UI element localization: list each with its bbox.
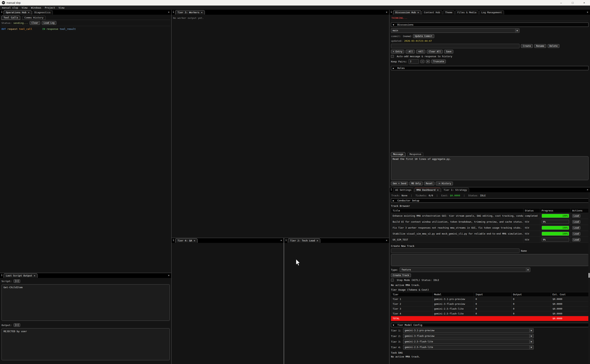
tab-response[interactable]: Response bbox=[408, 152, 423, 156]
discussion-name-input[interactable] bbox=[391, 44, 519, 48]
panel-close-icon[interactable]: × bbox=[168, 274, 170, 277]
load-track-button[interactable]: Load bbox=[572, 214, 580, 218]
close-button[interactable]: × bbox=[578, 1, 590, 4]
script-text-box[interactable]: Get-ChildItem bbox=[1, 284, 170, 321]
load-track-button[interactable]: Load bbox=[572, 238, 580, 241]
tab-mma-dashboard[interactable]: MMA Dashboard× bbox=[414, 188, 441, 192]
tab-diagnostics[interactable]: Diagnostics bbox=[32, 10, 53, 14]
tab-close-icon[interactable]: × bbox=[201, 11, 203, 14]
tab-close-icon[interactable]: × bbox=[417, 11, 419, 14]
load-track-button[interactable]: Load bbox=[572, 226, 580, 229]
menu-item-project[interactable]: Project bbox=[45, 6, 55, 9]
tab-message[interactable]: Message bbox=[391, 152, 405, 156]
tab-discussion-hub[interactable]: Discussion Hub× bbox=[393, 10, 421, 14]
tab-context-hub[interactable]: Context Hub bbox=[422, 10, 442, 14]
tab-theme[interactable]: Theme bbox=[443, 10, 455, 14]
dock-icon[interactable]: ▼ bbox=[173, 11, 174, 13]
create-track-button[interactable]: Create Track bbox=[391, 273, 411, 277]
table-row[interactable]: UX_SIM_TEST NEW 0% Load bbox=[391, 237, 589, 243]
tier2-model-select[interactable]: gemini-3-flash-preview▼ bbox=[403, 334, 534, 338]
panel-close-icon[interactable]: × bbox=[587, 11, 588, 13]
rename-discussion-button[interactable]: Rename bbox=[534, 44, 546, 48]
tab-close-icon[interactable]: × bbox=[437, 188, 439, 191]
tab-close-icon[interactable]: × bbox=[34, 274, 35, 277]
step-mode-checkbox[interactable] bbox=[391, 279, 394, 281]
load-track-button[interactable]: Load bbox=[572, 220, 580, 224]
dock-icon[interactable]: ▼ bbox=[391, 11, 392, 13]
tier-model-config-header[interactable]: ▼ Tier Model Config bbox=[391, 323, 589, 327]
menu-item-windows[interactable]: Windows bbox=[31, 6, 41, 9]
save-button[interactable]: Save bbox=[444, 50, 453, 53]
tab-ai-settings[interactable]: AI Settings bbox=[393, 188, 414, 192]
tab-tier2-techlead[interactable]: Tier 2: Tech Lead× bbox=[288, 238, 320, 243]
dock-icon[interactable]: ▼ bbox=[1, 274, 2, 277]
dock-icon[interactable]: ▼ bbox=[391, 188, 392, 191]
tab-log-management[interactable]: Log Management bbox=[479, 10, 504, 14]
output-expand-button[interactable]: [+] bbox=[13, 323, 20, 327]
table-row[interactable]: Build UI for context window utilization,… bbox=[391, 219, 589, 225]
maximize-button[interactable]: □ bbox=[567, 1, 578, 4]
keep-pairs-plus-button[interactable]: + bbox=[426, 60, 430, 63]
vertical-splitter[interactable] bbox=[171, 10, 172, 364]
add-entry-button[interactable]: + Entry bbox=[391, 50, 404, 53]
panel-close-icon[interactable]: × bbox=[587, 188, 588, 191]
expand-all-button[interactable]: +All bbox=[416, 50, 425, 53]
load-log-button[interactable]: Load Log bbox=[42, 21, 56, 25]
to-history-button[interactable]: -> History bbox=[436, 182, 453, 185]
new-track-name-input[interactable] bbox=[391, 248, 519, 253]
panel-close-icon[interactable]: × bbox=[281, 239, 282, 242]
panel-close-icon[interactable]: × bbox=[386, 11, 387, 13]
output-text-box[interactable]: REJECTED by user bbox=[1, 328, 170, 360]
dock-icon[interactable]: ▼ bbox=[173, 239, 174, 242]
clear-button[interactable]: Clear bbox=[30, 21, 40, 25]
gen-send-button[interactable]: Gen + Send bbox=[391, 182, 408, 185]
panel-close-icon[interactable]: × bbox=[168, 11, 170, 13]
menu-item-view[interactable]: View bbox=[22, 6, 27, 9]
clear-all-button[interactable]: Clear All bbox=[427, 50, 443, 53]
collapse-all-button[interactable]: -All bbox=[406, 50, 415, 53]
tab-close-icon[interactable]: × bbox=[28, 11, 29, 14]
load-track-button[interactable]: Load bbox=[572, 232, 580, 235]
subtab-comms-history[interactable]: Comms History bbox=[22, 16, 46, 20]
create-discussion-button[interactable]: Create bbox=[521, 44, 533, 48]
tier4-model-select[interactable]: gemini-2.5-flash-lite▼ bbox=[403, 345, 534, 350]
update-commit-button[interactable]: Update Commit bbox=[413, 34, 434, 38]
menu-item-manual-slop[interactable]: manual slop bbox=[2, 6, 18, 9]
script-expand-button[interactable]: [+] bbox=[13, 280, 20, 283]
dock-icon[interactable]: ▼ bbox=[286, 239, 287, 242]
horizontal-splitter[interactable] bbox=[0, 273, 171, 273]
dock-icon[interactable]: ▼ bbox=[1, 11, 2, 13]
truncate-button[interactable]: Truncate bbox=[431, 60, 446, 63]
table-row[interactable]: Enhance existing MMA orchestration GUI: … bbox=[391, 213, 589, 219]
panel-close-icon[interactable]: × bbox=[386, 239, 387, 242]
reset-button[interactable]: Reset bbox=[424, 182, 435, 185]
track-type-select[interactable]: feature ▼ bbox=[400, 267, 530, 272]
discussions-section-header[interactable]: ▼ Discussions bbox=[391, 23, 589, 27]
autoadd-checkbox[interactable] bbox=[391, 55, 394, 58]
tier3-model-select[interactable]: gemini-2.5-flash-lite▼ bbox=[403, 339, 534, 344]
minimize-button[interactable]: – bbox=[555, 1, 567, 4]
discussion-select[interactable]: main ▼ bbox=[391, 28, 519, 33]
subtab-tool-calls[interactable]: Tool Calls bbox=[1, 16, 20, 20]
table-row[interactable]: Stabilize visual_sim_mma_v2.py and mock_… bbox=[391, 231, 589, 237]
tab-tier4-qa[interactable]: Tier 4: QA× bbox=[175, 238, 197, 243]
tab-close-icon[interactable]: × bbox=[316, 239, 318, 242]
keep-pairs-input[interactable] bbox=[409, 59, 419, 64]
tab-operations-hub[interactable]: Operations Hub× bbox=[4, 10, 32, 14]
tab-tier1-strategy[interactable]: Tier 1: Strategy bbox=[441, 188, 469, 192]
menu-item-view-2[interactable]: View bbox=[59, 6, 64, 9]
horizontal-splitter[interactable] bbox=[172, 238, 389, 238]
table-row[interactable]: Fix Tier 3 worker responses not reaching… bbox=[391, 225, 589, 231]
horizontal-splitter[interactable] bbox=[389, 187, 590, 187]
vertical-splitter[interactable] bbox=[284, 238, 284, 364]
keep-pairs-minus-button[interactable]: - bbox=[420, 60, 424, 63]
tab-files-media[interactable]: Files & Media bbox=[455, 10, 479, 14]
md-only-button[interactable]: MD Only bbox=[409, 182, 423, 185]
tab-tier3-workers[interactable]: Tier 3: Workers× bbox=[175, 10, 205, 14]
vertical-scrollbar[interactable] bbox=[588, 192, 590, 364]
delete-discussion-button[interactable]: Delete bbox=[548, 44, 559, 48]
new-track-description-textarea[interactable] bbox=[391, 254, 589, 266]
tab-last-script-output[interactable]: Last Script Output× bbox=[4, 273, 38, 278]
message-textarea[interactable] bbox=[391, 156, 589, 180]
tier1-model-select[interactable]: gemini-3.1-pro-preview▼ bbox=[403, 328, 534, 333]
